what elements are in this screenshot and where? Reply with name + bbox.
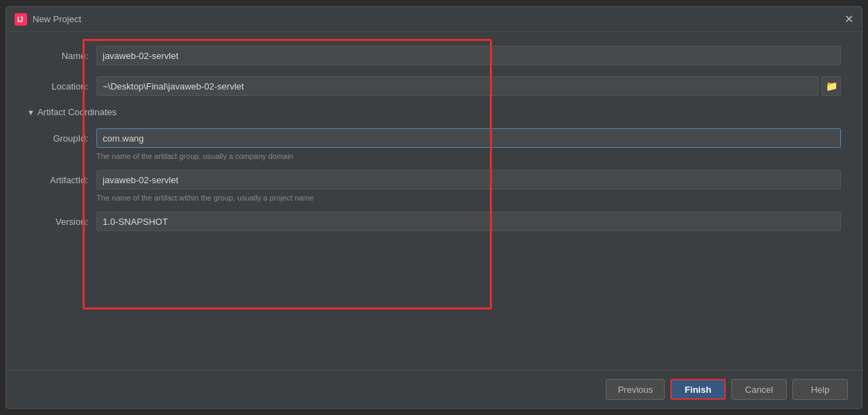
name-row: Name: xyxy=(27,46,841,65)
title-bar: IJ New Project ✕ xyxy=(6,7,862,32)
location-label: Location: xyxy=(27,81,96,92)
artifact-id-input[interactable] xyxy=(96,170,841,189)
folder-icon: 📁 xyxy=(826,81,837,92)
version-input[interactable] xyxy=(96,212,841,231)
artifact-id-row: ArtifactId: xyxy=(27,170,841,189)
location-row: Location: 📁 xyxy=(27,76,841,96)
location-input[interactable] xyxy=(96,76,819,96)
name-input[interactable] xyxy=(96,46,841,65)
help-button[interactable]: Help xyxy=(792,379,848,400)
finish-button[interactable]: Finish xyxy=(670,379,726,400)
name-label: Name: xyxy=(27,51,96,61)
artifact-section-header: ▼ Artifact Coordinates xyxy=(27,107,841,117)
group-id-hint: The name of the artifact group, usually … xyxy=(96,152,841,160)
previous-button[interactable]: Previous xyxy=(606,379,665,400)
dialog-content: Name: Location: 📁 ▼ Artifact Coordinates… xyxy=(6,32,862,370)
version-row: Version: xyxy=(27,212,841,231)
group-id-label: GroupId: xyxy=(27,133,96,144)
location-wrapper: 📁 xyxy=(96,76,841,96)
app-icon: IJ xyxy=(15,13,27,26)
artifact-id-hint: The name of the artifact within the grou… xyxy=(96,194,841,202)
artifact-section-label: Artifact Coordinates xyxy=(37,107,117,117)
browse-folder-button[interactable]: 📁 xyxy=(822,76,841,96)
artifact-id-label: ArtifactId: xyxy=(27,175,96,185)
group-id-row: GroupId: xyxy=(27,128,841,148)
section-toggle-icon[interactable]: ▼ xyxy=(27,108,35,117)
dialog-footer: Previous Finish Cancel Help xyxy=(6,370,862,408)
version-label: Version: xyxy=(27,217,96,227)
close-button[interactable]: ✕ xyxy=(844,14,853,25)
dialog-title: New Project xyxy=(33,14,81,24)
cancel-button[interactable]: Cancel xyxy=(731,379,787,400)
new-project-dialog: IJ New Project ✕ Name: Location: 📁 ▼ xyxy=(6,6,862,409)
group-id-input[interactable] xyxy=(96,128,841,148)
svg-text:IJ: IJ xyxy=(17,16,23,24)
title-bar-left: IJ New Project xyxy=(15,13,81,26)
